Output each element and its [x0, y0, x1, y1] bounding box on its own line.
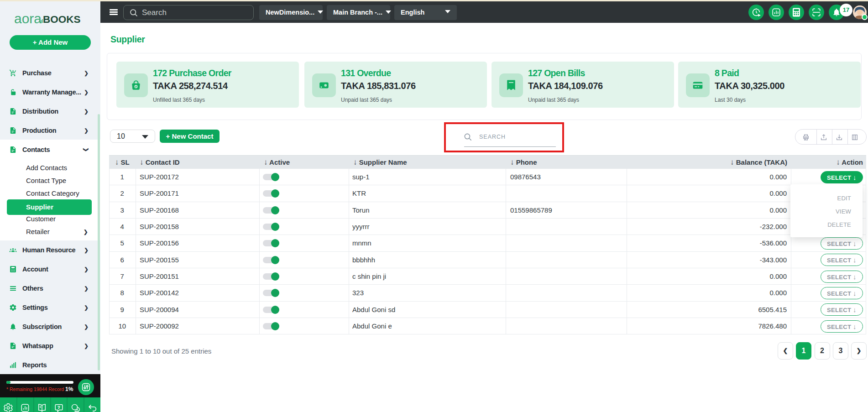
svg-text:BOOKS: BOOKS	[43, 14, 81, 25]
svg-text:?: ?	[58, 405, 60, 410]
svg-text:aora: aora	[14, 14, 42, 26]
